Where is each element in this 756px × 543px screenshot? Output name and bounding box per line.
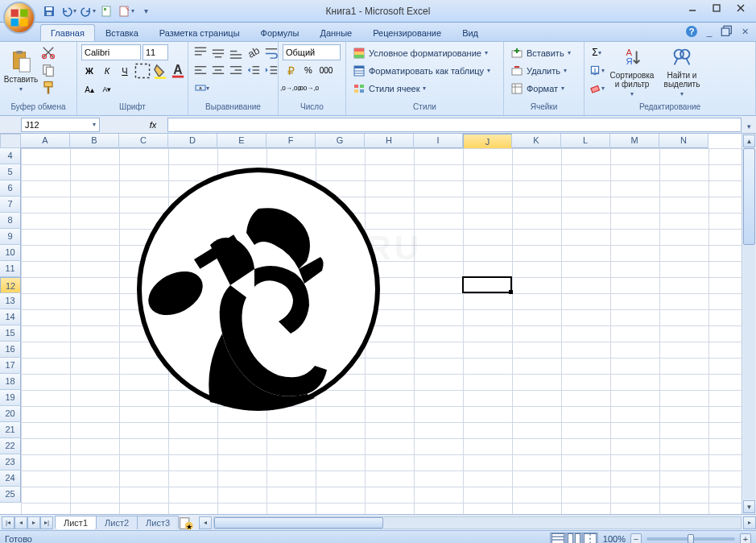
row-header-25[interactable]: 25 [0, 487, 21, 503]
tab-insert[interactable]: Вставка [95, 24, 149, 41]
delete-cells-button[interactable]: Удалить▾ [508, 62, 573, 79]
row-header-7[interactable]: 7 [0, 197, 21, 213]
row-header-15[interactable]: 15 [0, 325, 21, 342]
embedded-picture[interactable] [134, 164, 383, 417]
normal-view-icon[interactable] [550, 533, 566, 544]
tab-review[interactable]: Рецензирование [362, 24, 452, 41]
page-layout-view-icon[interactable] [566, 533, 582, 544]
scroll-down-icon[interactable]: ▼ [743, 500, 755, 513]
row-header-14[interactable]: 14 [0, 309, 21, 325]
format-as-table-button[interactable]: Форматировать как таблицу▾ [350, 62, 493, 79]
row-header-9[interactable]: 9 [0, 229, 21, 245]
select-all-corner[interactable] [0, 134, 21, 148]
align-right-icon[interactable] [228, 62, 244, 78]
zoom-slider-thumb[interactable] [688, 534, 694, 544]
font-name-select[interactable] [81, 44, 141, 60]
zoom-slider[interactable] [647, 537, 735, 541]
horizontal-scrollbar[interactable] [213, 516, 742, 529]
vscroll-thumb[interactable] [743, 148, 755, 245]
prev-sheet-icon[interactable]: ◂ [14, 516, 27, 529]
row-header-22[interactable]: 22 [0, 438, 21, 454]
border-icon[interactable] [134, 63, 151, 79]
row-header-16[interactable]: 16 [0, 342, 21, 358]
help-icon[interactable]: ? [685, 25, 698, 38]
col-header-N[interactable]: N [659, 134, 708, 148]
col-header-C[interactable]: C [119, 134, 168, 148]
hscroll-thumb[interactable] [214, 517, 383, 528]
cell-styles-button[interactable]: Стили ячеек▾ [350, 80, 493, 97]
bold-button[interactable]: Ж [81, 63, 97, 79]
row-header-24[interactable]: 24 [0, 470, 21, 487]
font-color-icon[interactable]: A [170, 63, 186, 79]
row-header-8[interactable]: 8 [0, 213, 21, 229]
vertical-scrollbar[interactable]: ▲ ▼ [742, 134, 756, 514]
accounting-format-icon[interactable]: ₽ [283, 62, 299, 78]
insert-cells-button[interactable]: Вставить▾ [508, 44, 573, 61]
minimize-ribbon-icon[interactable]: _ [703, 25, 716, 38]
conditional-formatting-button[interactable]: Условное форматирование▾ [350, 44, 493, 61]
name-box[interactable]: J12▾ [21, 118, 100, 132]
col-header-J[interactable]: J [463, 134, 512, 150]
col-header-E[interactable]: E [217, 134, 266, 148]
align-bottom-icon[interactable] [228, 44, 244, 60]
shrink-font-icon[interactable]: A▾ [99, 81, 115, 97]
merge-center-icon[interactable]: a▾ [192, 80, 212, 96]
align-left-icon[interactable] [192, 62, 209, 78]
restore-window-icon[interactable] [721, 25, 733, 38]
tab-home[interactable]: Главная [40, 24, 95, 41]
zoom-level[interactable]: 100% [603, 534, 626, 544]
col-header-K[interactable]: K [512, 134, 561, 148]
format-cells-button[interactable]: Формат▾ [508, 80, 573, 97]
row-header-23[interactable]: 23 [0, 454, 21, 470]
zoom-in-icon[interactable]: + [740, 533, 751, 544]
col-header-L[interactable]: L [561, 134, 610, 148]
row-header-13[interactable]: 13 [0, 293, 21, 309]
hscroll-right-icon[interactable]: ▸ [743, 516, 756, 529]
row-header-18[interactable]: 18 [0, 374, 21, 390]
align-top-icon[interactable] [192, 44, 209, 60]
row-header-11[interactable]: 11 [0, 261, 21, 277]
sheet-tab-2[interactable]: Лист2 [96, 516, 138, 529]
qat-customize-icon[interactable]: ▾ [137, 2, 155, 20]
redo-icon[interactable]: ▾ [79, 2, 97, 20]
underline-button[interactable]: Ч [117, 63, 133, 79]
row-headers[interactable]: 45678910111213141516171819202122232425 [0, 148, 21, 514]
col-header-G[interactable]: G [316, 134, 365, 148]
grow-font-icon[interactable]: A▴ [81, 81, 97, 97]
col-header-A[interactable]: A [21, 134, 70, 148]
fill-icon[interactable]: ▾ [589, 62, 605, 78]
col-header-F[interactable]: F [266, 134, 316, 148]
row-header-4[interactable]: 4 [0, 148, 21, 164]
zoom-out-icon[interactable]: − [630, 533, 642, 544]
italic-button[interactable]: К [99, 63, 115, 79]
align-middle-icon[interactable] [210, 44, 226, 60]
copy-icon[interactable] [40, 62, 56, 78]
font-size-select[interactable] [143, 44, 168, 60]
row-header-10[interactable]: 10 [0, 245, 21, 261]
fill-color-icon[interactable] [152, 63, 168, 79]
col-header-D[interactable]: D [168, 134, 217, 148]
row-header-12[interactable]: 12 [0, 277, 21, 293]
tab-data[interactable]: Данные [309, 24, 362, 41]
comma-format-icon[interactable]: 000 [318, 62, 334, 78]
close-button[interactable] [729, 0, 753, 16]
fx-icon[interactable]: fx [145, 117, 161, 133]
col-header-B[interactable]: B [70, 134, 119, 148]
first-sheet-icon[interactable]: |◂ [2, 516, 14, 529]
number-format-select[interactable] [283, 44, 341, 60]
format-painter-icon[interactable] [40, 80, 56, 96]
qat-custom1-icon[interactable] [98, 2, 116, 20]
increase-indent-icon[interactable] [263, 62, 279, 78]
paste-button[interactable]: Вставить▾ [4, 44, 38, 97]
formula-input[interactable] [167, 118, 742, 132]
decrease-indent-icon[interactable] [246, 62, 262, 78]
col-header-M[interactable]: M [610, 134, 659, 148]
row-header-20[interactable]: 20 [0, 406, 21, 422]
clear-icon[interactable]: ▾ [589, 80, 605, 96]
column-headers[interactable]: ABCDEFGHIJKLMN [21, 134, 708, 148]
find-select-button[interactable]: Найти и выделить▾ [659, 44, 704, 97]
col-header-I[interactable]: I [414, 134, 463, 148]
cells-area[interactable]: SYSADMIN.RU [21, 148, 742, 514]
sheet-tab-1[interactable]: Лист1 [55, 516, 97, 529]
cut-icon[interactable] [40, 44, 56, 60]
